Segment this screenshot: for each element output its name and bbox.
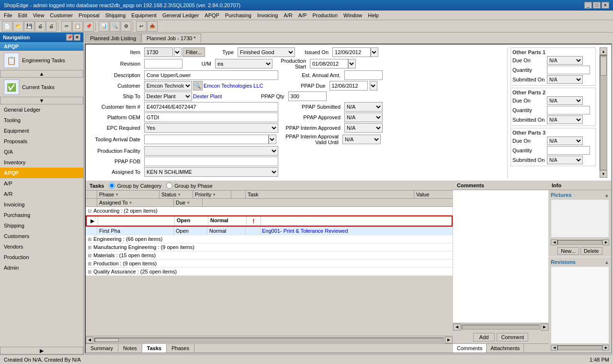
comment-button[interactable]: Comment: [497, 333, 528, 341]
customer-item-input[interactable]: [144, 102, 278, 112]
nav-current-tasks[interactable]: ✅ Current Tasks: [0, 78, 83, 97]
tab-phases[interactable]: Phases: [167, 344, 194, 353]
col-status[interactable]: Status ▼: [159, 191, 193, 198]
toolbar-open[interactable]: 📂: [13, 21, 23, 32]
est-annual-input[interactable]: [344, 70, 383, 80]
menu-invoicing[interactable]: Invoicing: [254, 11, 281, 19]
nav-ap[interactable]: A/P: [0, 178, 83, 189]
menu-shipping[interactable]: Shipping: [102, 11, 128, 19]
minimize-btn[interactable]: _: [584, 2, 592, 9]
selected-task-row[interactable]: ▶ Open Normal !: [86, 216, 453, 227]
menu-apqp[interactable]: APQP: [202, 11, 222, 19]
menu-proposal[interactable]: Proposal: [76, 11, 102, 19]
comments-scroll-right[interactable]: ▶: [541, 324, 548, 330]
col-due[interactable]: Due ▼: [174, 199, 203, 206]
pics-scroll-left[interactable]: ◀: [551, 239, 557, 245]
nav-customers[interactable]: Customers: [0, 231, 83, 241]
menu-purchasing[interactable]: Purchasing: [222, 11, 254, 19]
nav-production[interactable]: Production: [0, 252, 83, 262]
menu-window[interactable]: Window: [341, 11, 365, 19]
add-button[interactable]: Add: [473, 333, 495, 341]
nav-equipment[interactable]: Equipment: [0, 125, 83, 136]
op2-due-select[interactable]: N/A: [547, 96, 583, 105]
nav-shipping[interactable]: Shipping: [0, 220, 83, 231]
category-qa[interactable]: ⊞ Quality Assurance : (25 open items): [86, 268, 453, 276]
prod-start-dropdown[interactable]: [348, 59, 356, 68]
op1-submitted-select[interactable]: N/A: [547, 75, 583, 84]
nav-ar[interactable]: A/R: [0, 189, 83, 199]
category-materials[interactable]: ⊞ Materials : (15 open items): [86, 251, 453, 260]
comments-scroll-left[interactable]: ◀: [453, 324, 461, 330]
toolbar-new[interactable]: 📄: [2, 21, 12, 32]
ppap-interim-approved-select[interactable]: N/A: [344, 123, 383, 133]
menu-customer[interactable]: Customer: [47, 11, 76, 19]
ppap-qty-input[interactable]: [288, 91, 327, 101]
nav-inventory[interactable]: Inventory: [0, 157, 83, 168]
delete-button[interactable]: Delete: [580, 247, 602, 255]
description-input[interactable]: [144, 70, 278, 80]
customer-lookup-btn[interactable]: 🔍: [193, 81, 203, 91]
op2-qty-input[interactable]: [547, 106, 590, 114]
ppap-due-dropdown[interactable]: [370, 81, 377, 91]
toolbar-print2[interactable]: 🖨: [46, 21, 57, 32]
toolbar-print[interactable]: 🖨: [35, 21, 45, 32]
pics-scroll-right[interactable]: ▶: [602, 239, 609, 245]
new-button[interactable]: New...: [557, 247, 579, 255]
form-scroll-thumb[interactable]: [600, 57, 607, 76]
col-phase[interactable]: Phase ▼: [97, 191, 159, 198]
revisions-collapse-btn[interactable]: ▲: [604, 260, 609, 265]
nav-pin-btn[interactable]: 📌: [66, 34, 73, 41]
platform-oem-input[interactable]: [144, 113, 278, 122]
toolbar-paste[interactable]: 📌: [83, 21, 94, 32]
close-btn[interactable]: ✕: [602, 2, 609, 9]
rev-scroll-right[interactable]: ▶: [602, 345, 609, 351]
nav-scroll-up[interactable]: ▲: [0, 70, 83, 78]
menu-view[interactable]: View: [30, 11, 47, 19]
group-by-category-input[interactable]: [109, 182, 115, 189]
hscroll-left-btn[interactable]: ◀: [86, 337, 93, 343]
pictures-collapse-btn[interactable]: ▲: [604, 193, 609, 198]
menu-general-ledger[interactable]: General Ledger: [159, 11, 202, 19]
filter-button[interactable]: Filter...: [182, 47, 205, 57]
ppap-submitted-select[interactable]: N/A: [344, 102, 383, 112]
tab-notes[interactable]: Notes: [118, 344, 142, 353]
op2-submitted-select[interactable]: N/A: [547, 115, 583, 124]
tab-planned-job[interactable]: Planned Job - 1730 *: [141, 34, 201, 43]
ppap-approved-select[interactable]: N/A: [344, 113, 383, 122]
ppap-due-input[interactable]: [329, 81, 368, 91]
issued-on-dropdown[interactable]: [371, 47, 378, 57]
nav-purchasing[interactable]: Purchasing: [0, 210, 83, 220]
nav-proposals[interactable]: Proposals: [0, 136, 83, 147]
tab-summary[interactable]: Summary: [86, 344, 118, 353]
group-by-phase-input[interactable]: [166, 182, 172, 189]
menu-file[interactable]: File: [1, 11, 15, 19]
tab-attachments[interactable]: Attachments: [487, 344, 524, 353]
ppap-fob-input[interactable]: [144, 157, 278, 166]
menu-ar[interactable]: A/R: [281, 11, 295, 19]
nav-scroll-down[interactable]: ▼: [0, 97, 83, 104]
toolbar-btn6[interactable]: 🔍: [110, 21, 120, 32]
menu-production[interactable]: Production: [309, 11, 341, 19]
nav-general-ledger[interactable]: General Ledger: [0, 104, 83, 115]
op1-due-select[interactable]: N/A: [547, 56, 583, 65]
customer-select[interactable]: Emcon Technologi: [144, 81, 192, 91]
normal-task-row[interactable]: First Pha Open Normal Eng001- Print & To…: [86, 227, 453, 235]
menu-help[interactable]: Help: [365, 11, 382, 19]
menu-equipment[interactable]: Equipment: [128, 11, 159, 19]
assigned-to-select[interactable]: KEN N SCHLIMME: [144, 167, 278, 177]
item-dropdown[interactable]: [174, 47, 182, 57]
hscroll-thumb[interactable]: [95, 338, 119, 342]
col-assigned-to[interactable]: Assigned To ▼: [97, 199, 174, 206]
tab-comments[interactable]: Comments: [453, 344, 487, 353]
tab-planned-job-listing[interactable]: Planned Job Listing: [85, 34, 141, 43]
op3-submitted-select[interactable]: N/A: [547, 156, 583, 164]
nav-engineering-tasks[interactable]: 📋 Engineering Tasks: [0, 51, 83, 70]
nav-bottom-expand[interactable]: ▶: [0, 347, 83, 354]
op3-qty-input[interactable]: [547, 146, 590, 155]
toolbar-cut[interactable]: ✂: [61, 21, 72, 32]
ppap-interim-valid-select[interactable]: N/A: [342, 135, 381, 144]
toolbar-btn9[interactable]: 📤: [147, 21, 158, 32]
tooling-date-dropdown[interactable]: [269, 135, 276, 144]
type-select[interactable]: Finished Good: [238, 47, 295, 57]
hscroll-right-btn[interactable]: ▶: [445, 337, 453, 343]
